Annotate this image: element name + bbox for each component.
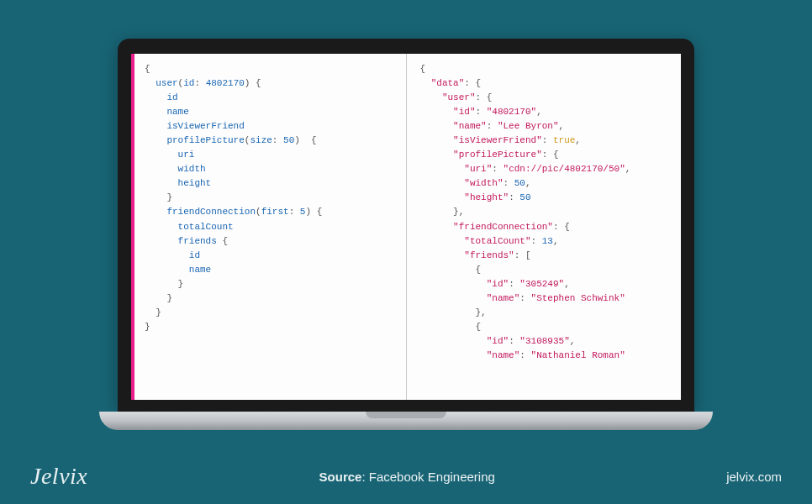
laptop-mockup: { user(id: 4802170) { id name isViewerFr… (118, 39, 694, 440)
code-screen: { user(id: 4802170) { id name isViewerFr… (131, 54, 681, 400)
footer-bar: Jelvix Source: Facebook Engineering jelv… (0, 457, 812, 504)
response-pane: { "data": { "user": { "id": "4802170", "… (407, 54, 682, 400)
laptop-notch (366, 412, 446, 418)
laptop-bezel: { user(id: 4802170) { id name isViewerFr… (118, 39, 694, 412)
laptop-base (99, 412, 713, 430)
left-accent-bar (131, 54, 134, 400)
source-attribution: Source: Facebook Engineering (319, 470, 495, 484)
jelvix-logo: Jelvix (30, 463, 87, 490)
query-user-id: 4802170 (206, 78, 245, 88)
query-pane: { user(id: 4802170) { id name isViewerFr… (131, 54, 406, 400)
source-label: Source (319, 470, 362, 484)
query-user-field: user (156, 78, 177, 88)
source-value: Facebook Engineering (369, 470, 495, 484)
jelvix-url: jelvix.com (726, 470, 782, 484)
